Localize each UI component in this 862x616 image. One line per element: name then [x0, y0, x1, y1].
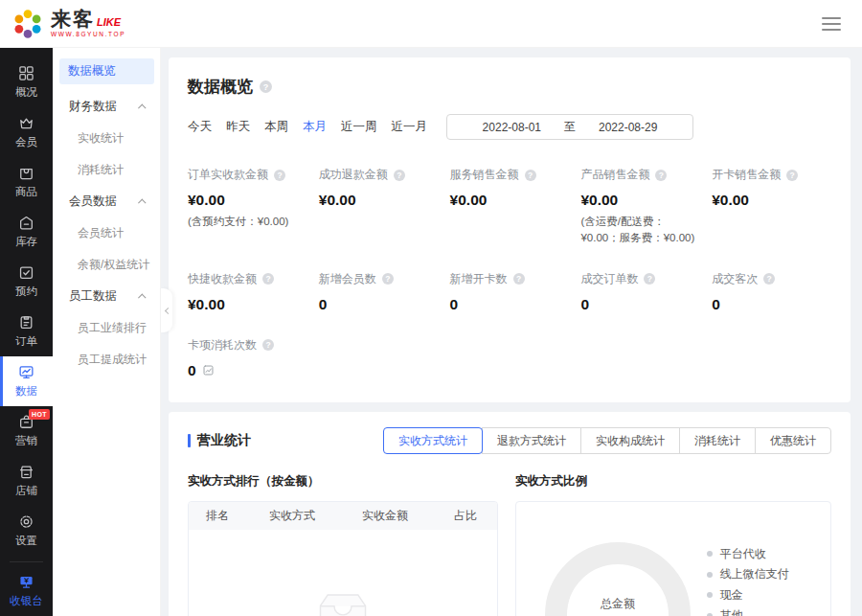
- tab-实收方式统计[interactable]: 实收方式统计: [383, 427, 483, 454]
- payment-proportion-panel: 实收方式比例 总金额 ¥0.00 平台代收线上微信支付现金其他微信（记账）支付宝…: [515, 473, 831, 616]
- legend-label: 现金: [720, 587, 743, 604]
- sidebar-group-header[interactable]: 会员数据: [53, 186, 160, 217]
- proportion-title: 实收方式比例: [515, 473, 831, 490]
- help-icon[interactable]: [763, 273, 775, 285]
- sidebar-item-booking[interactable]: 预约: [0, 257, 53, 307]
- help-icon[interactable]: [644, 273, 655, 285]
- stat-label: 成功退款金额: [319, 167, 388, 183]
- stat-card: 快捷收款金额¥0.00: [188, 271, 307, 313]
- help-icon[interactable]: [786, 170, 798, 181]
- order-icon: [18, 314, 34, 331]
- legend-dot-icon: [707, 551, 713, 557]
- main-content: 数据概览 今天昨天本周本月近一周近一月 2022-08-01 至 2022-08…: [161, 48, 862, 616]
- stat-label: 新增会员数: [319, 271, 376, 287]
- date-start[interactable]: 2022-08-01: [483, 121, 541, 134]
- quick-filter[interactable]: 昨天: [226, 119, 250, 135]
- stat-label: 新增开卡数: [450, 271, 508, 287]
- chevron-up-icon: [138, 103, 146, 111]
- sidebar-item-settings[interactable]: 设置: [0, 506, 53, 556]
- sidebar-item-cashier[interactable]: 收银台: [0, 566, 53, 616]
- logo-badge: LIKE: [97, 17, 121, 29]
- sidebar-group-header[interactable]: 员工数据: [53, 281, 160, 312]
- sidebar-item-data-overview[interactable]: 数据概览: [59, 58, 154, 84]
- sidebar-subitem[interactable]: 员工业绩排行: [53, 312, 160, 344]
- quick-filter[interactable]: 近一月: [392, 119, 428, 135]
- hot-badge: HOT: [29, 409, 50, 420]
- ranking-title: 实收方式排行（按金额）: [188, 473, 498, 490]
- legend-label: 其他: [720, 607, 743, 616]
- help-icon[interactable]: [394, 170, 405, 181]
- stat-value: 0: [319, 296, 439, 313]
- tab-退款方式统计[interactable]: 退款方式统计: [482, 427, 581, 454]
- sidebar-item-label: 库存: [15, 235, 37, 249]
- sidebar-item-marketing[interactable]: HOT营销: [0, 406, 53, 456]
- help-icon[interactable]: [262, 273, 274, 285]
- app-logo[interactable]: 来客 LIKE WWW.8GYUN.TOP: [11, 8, 125, 40]
- help-icon[interactable]: [513, 273, 525, 285]
- stat-label: 卡项消耗次数: [188, 337, 257, 354]
- sidebar-item-data[interactable]: 数据: [0, 356, 53, 406]
- section-accent-bar: [188, 434, 191, 447]
- tab-实收构成统计[interactable]: 实收构成统计: [580, 427, 680, 454]
- chevron-left-icon: [164, 307, 170, 313]
- tab-优惠统计[interactable]: 优惠统计: [755, 427, 831, 454]
- quick-filter[interactable]: 本周: [264, 119, 288, 135]
- stock-icon: [18, 215, 34, 231]
- page-title: 数据概览: [188, 76, 253, 98]
- stat-subtext: (含运费/配送费：¥0.00；服务费：¥0.00): [580, 214, 700, 247]
- stat-label: 成交订单数: [580, 271, 638, 287]
- data-icon: [18, 364, 34, 380]
- legend-item[interactable]: 现金: [707, 587, 802, 604]
- stat-card: 订单实收款金额¥0.00(含预约支付：¥0.00): [188, 167, 307, 247]
- sidebar-subitem[interactable]: 员工提成统计: [53, 344, 160, 376]
- help-icon[interactable]: [525, 170, 536, 181]
- legend-item[interactable]: 平台代收: [707, 546, 802, 562]
- stat-card: 服务销售金额¥0.00: [450, 167, 570, 247]
- sidebar-item-label: 店铺: [15, 484, 37, 498]
- table-column-header: 实收金额: [336, 508, 434, 524]
- legend-dot-icon: [707, 613, 713, 616]
- date-end[interactable]: 2022-08-29: [599, 121, 657, 134]
- stats-grid: 订单实收款金额¥0.00(含预约支付：¥0.00)成功退款金额¥0.00服务销售…: [188, 167, 831, 379]
- date-range-picker[interactable]: 2022-08-01 至 2022-08-29: [446, 114, 693, 140]
- stat-label: 产品销售金额: [580, 167, 649, 183]
- tab-消耗统计[interactable]: 消耗统计: [679, 427, 756, 454]
- sidebar-item-orders[interactable]: 订单: [0, 307, 53, 356]
- stat-value: 0: [450, 296, 570, 313]
- legend-item[interactable]: 线上微信支付: [707, 566, 802, 582]
- menu-hamburger-icon[interactable]: [818, 13, 845, 34]
- empty-inbox-icon: [315, 591, 371, 616]
- quick-filter[interactable]: 今天: [188, 119, 212, 135]
- sidebar-item-goods[interactable]: 商品: [0, 157, 53, 207]
- sidebar-item-label: 会员: [15, 135, 37, 149]
- goods-icon: [18, 165, 34, 181]
- stat-card: 成交订单数0: [580, 271, 700, 313]
- sidebar-subitem[interactable]: 余额/权益统计: [53, 249, 160, 281]
- help-icon[interactable]: [274, 170, 285, 181]
- detail-icon[interactable]: [202, 364, 215, 376]
- legend-item[interactable]: 其他: [707, 607, 802, 616]
- payment-ranking-panel: 实收方式排行（按金额） 排名实收方式实收金额占比 暂无数据: [188, 473, 498, 616]
- legend-label: 平台代收: [720, 546, 766, 562]
- help-icon[interactable]: [262, 339, 274, 351]
- quick-filter[interactable]: 本月: [303, 119, 327, 135]
- sidebar-subitem[interactable]: 实收统计: [53, 123, 160, 154]
- help-icon[interactable]: [382, 273, 394, 285]
- quick-filter[interactable]: 近一周: [341, 119, 377, 135]
- primary-sidebar: 概况会员商品库存预约订单数据HOT营销店铺设置收银台: [0, 48, 53, 616]
- sidebar-item-members[interactable]: 会员: [0, 107, 53, 157]
- sidebar-item-label: 预约: [15, 285, 37, 299]
- top-header: 来客 LIKE WWW.8GYUN.TOP: [0, 0, 862, 48]
- help-icon[interactable]: [260, 80, 272, 93]
- sidebar-item-stock[interactable]: 库存: [0, 207, 53, 257]
- sidebar-subitem[interactable]: 消耗统计: [53, 154, 160, 186]
- stat-value: 0: [580, 296, 700, 313]
- help-icon[interactable]: [655, 170, 667, 181]
- sidebar-group-header[interactable]: 财务数据: [53, 91, 160, 123]
- sidebar-collapse-handle[interactable]: [161, 288, 172, 332]
- crown-icon: [18, 115, 34, 131]
- sidebar-item-shop[interactable]: 店铺: [0, 456, 53, 506]
- sidebar-item-label: 订单: [15, 334, 37, 349]
- sidebar-item-overview[interactable]: 概况: [0, 57, 53, 107]
- sidebar-subitem[interactable]: 会员统计: [53, 217, 160, 249]
